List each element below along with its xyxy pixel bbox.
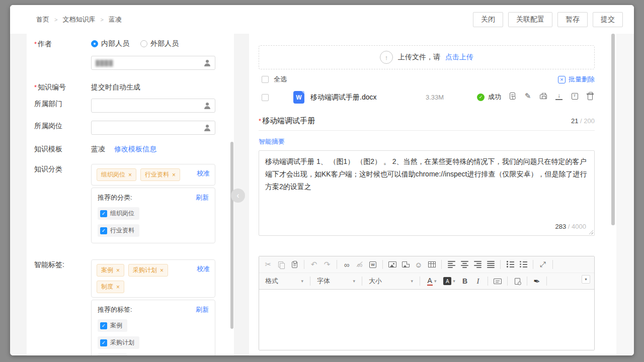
smart-tag: 采购计划× [128, 264, 168, 277]
editor-toolbar-row1: ✂ ↶ ↷ ∞ ∞ W ☺ [259, 256, 594, 273]
radio-internal[interactable]: 内部人员 [91, 39, 129, 48]
file-status: ✓ 成功 [477, 93, 501, 102]
smart-tags-calibrate-link[interactable]: 校准 [197, 264, 210, 274]
recommended-category-checkbox[interactable]: 行业资料 [98, 224, 139, 237]
required-mark: * [34, 40, 37, 48]
person-picker-icon[interactable] [204, 60, 211, 66]
ordered-list-icon[interactable] [504, 258, 516, 270]
right-panel-scrollbar[interactable] [611, 34, 615, 225]
undo-icon[interactable]: ↶ [308, 258, 320, 270]
tag-remove-icon[interactable]: × [172, 171, 176, 178]
summary-textarea[interactable]: 移动端调试手册 1、 （图1） （图2） 。 2、当然，在某些更特殊的情况下，我… [259, 150, 595, 236]
smart-summary-link[interactable]: 智能摘要 [259, 137, 285, 146]
italic-button[interactable]: I [472, 275, 484, 287]
album-icon[interactable] [399, 258, 412, 270]
relation-config-button[interactable]: 关联配置 [508, 12, 552, 27]
upload-dropzone[interactable]: ↑ 上传文件，请 点击上传 [259, 45, 595, 69]
iframe-icon[interactable] [492, 275, 504, 287]
submit-button[interactable]: 提交 [593, 12, 623, 27]
click-upload-link[interactable]: 点击上传 [445, 53, 473, 62]
word-import-icon[interactable]: W [367, 258, 379, 270]
link-icon[interactable]: ∞ [341, 258, 353, 270]
magic-wand-icon[interactable]: ✒ [530, 274, 544, 288]
template-value: 蓝凌 [91, 145, 105, 153]
cut-icon[interactable]: ✂ [262, 258, 274, 270]
radio-external[interactable]: 外部人员 [140, 39, 179, 48]
document-title-field[interactable]: *移动端调试手册 21 / 200 [259, 116, 595, 131]
category-refresh-link[interactable]: 刷新 [196, 193, 209, 202]
table-icon[interactable] [426, 258, 438, 270]
document-panel: ↑ 上传文件，请 点击上传 全选 × 批量删除 W 移动端调试手册.docx 3… [249, 34, 616, 355]
tag-remove-icon[interactable]: × [160, 267, 164, 274]
file-checkbox[interactable] [262, 94, 269, 101]
recommended-category-checkbox[interactable]: 组织岗位 [98, 207, 139, 220]
delete-icon[interactable] [586, 92, 595, 101]
tags-refresh-link[interactable]: 刷新 [196, 305, 209, 314]
select-all-row: 全选 × 批量删除 [259, 75, 595, 84]
align-left-icon[interactable] [445, 258, 457, 270]
justify-icon[interactable] [485, 258, 497, 270]
recommended-tag-checkbox[interactable]: 案例 [98, 319, 127, 332]
collapse-panel-handle[interactable]: ‹ [231, 189, 245, 203]
align-center-icon[interactable] [458, 258, 470, 270]
download-icon[interactable]: ↓ [554, 92, 564, 101]
right-gutter [616, 34, 634, 355]
save-draft-button[interactable]: 暂存 [557, 12, 588, 27]
smart-tag: 案例× [97, 264, 124, 277]
smiley-icon[interactable]: ☺ [413, 258, 425, 270]
resize-grip-icon[interactable] [589, 230, 593, 234]
format-select[interactable]: 格式▾ [262, 275, 306, 287]
checkbox-unchecked-icon [262, 76, 269, 83]
rename-icon[interactable] [570, 92, 579, 101]
file-actions: ✎ ↓ [508, 92, 595, 101]
select-all-checkbox[interactable]: 全选 [262, 75, 287, 84]
bold-button[interactable]: B [459, 275, 471, 287]
department-field[interactable] [91, 99, 215, 113]
paste-icon[interactable] [288, 258, 300, 270]
toolbar-collapse-button[interactable]: ▾ [582, 275, 590, 284]
left-panel-scrollbar[interactable] [230, 142, 233, 329]
doc-preview-icon[interactable] [508, 92, 517, 101]
edit-icon[interactable]: ✎ [523, 92, 532, 101]
recommended-tag-checkbox[interactable]: 采购计划 [98, 336, 139, 349]
tag-remove-icon[interactable]: × [128, 171, 132, 178]
tag-remove-icon[interactable]: × [116, 284, 120, 291]
file-name[interactable]: 移动端调试手册.docx [310, 93, 376, 102]
copy-icon[interactable] [275, 258, 287, 270]
preview-icon[interactable] [511, 275, 523, 287]
image-icon[interactable] [386, 258, 398, 270]
close-button[interactable]: 关闭 [473, 12, 503, 27]
attachment-row: W 移动端调试手册.docx 3.33M ✓ 成功 ✎ ↓ [259, 89, 595, 106]
editor-content-area[interactable] [259, 290, 594, 350]
bg-color-button[interactable]: A▾ [441, 275, 458, 287]
print-icon[interactable] [539, 92, 548, 101]
breadcrumb: 首页 > 文档知识库 > 蓝凌 [36, 15, 122, 24]
person-picker-icon[interactable] [204, 103, 211, 109]
category-calibrate-link[interactable]: 校准 [197, 169, 210, 178]
font-select[interactable]: 字体▾ [314, 275, 358, 287]
breadcrumb-home[interactable]: 首页 [36, 15, 49, 24]
author-field[interactable]: ████ [91, 56, 215, 70]
size-select[interactable]: 大小▾ [366, 275, 416, 287]
word-file-icon: W [293, 91, 304, 104]
breadcrumb-knowledge-base[interactable]: 文档知识库 [62, 15, 95, 24]
position-field[interactable] [91, 121, 215, 135]
unlink-icon[interactable]: ∞ [354, 258, 366, 270]
knowledge-no-value: 提交时自动生成 [91, 82, 215, 92]
align-right-icon[interactable] [471, 258, 484, 270]
recommended-tag-checkbox[interactable]: 制度 [98, 353, 127, 355]
position-label: 所属岗位 [34, 121, 91, 131]
summary-char-counter: 283 / 4000 [555, 220, 586, 233]
department-label: 所属部门 [34, 99, 91, 109]
smart-tag: 制度× [97, 281, 124, 293]
edit-template-link[interactable]: 修改模板信息 [114, 145, 156, 153]
text-color-button[interactable]: A▾ [424, 275, 440, 287]
tag-remove-icon[interactable]: × [116, 267, 120, 274]
bullet-list-icon[interactable] [517, 258, 529, 270]
breadcrumb-separator-icon: > [54, 17, 57, 23]
person-picker-icon[interactable] [204, 125, 211, 131]
redo-icon[interactable]: ↷ [321, 258, 333, 270]
batch-delete-button[interactable]: × 批量删除 [558, 75, 595, 84]
maximize-icon[interactable]: ⤢ [537, 258, 549, 270]
chevron-down-icon: ▾ [301, 279, 303, 284]
